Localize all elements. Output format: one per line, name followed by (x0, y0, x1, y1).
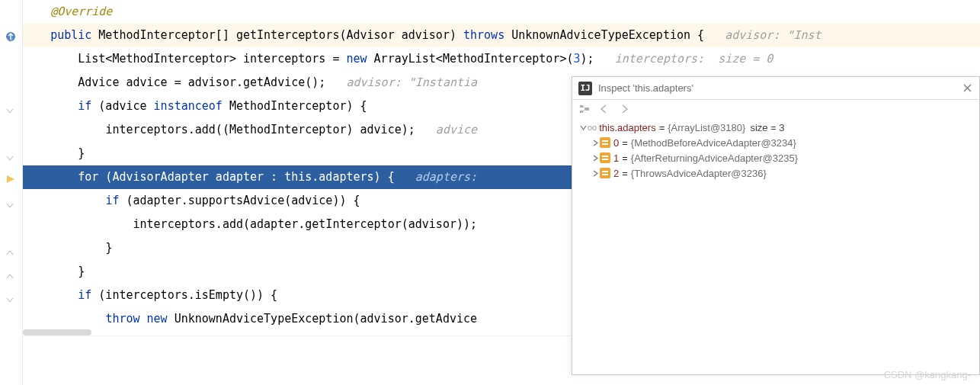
object-icon (600, 152, 610, 163)
fold-icon[interactable] (6, 37, 15, 46)
link-icon: oo (588, 123, 597, 132)
tree-index: 0 (613, 137, 619, 149)
close-icon[interactable] (961, 82, 973, 95)
expander-down-icon[interactable] (578, 123, 588, 132)
fold-icon[interactable] (6, 107, 15, 117)
fold-icon[interactable] (6, 249, 15, 258)
inline-hint: adapters: (415, 170, 477, 184)
svg-rect-2 (580, 105, 583, 107)
inspect-title: Inspect 'this.adapters' (598, 82, 961, 94)
tree-var-value: {ArrayList@3180} (668, 122, 745, 133)
debug-tree[interactable]: oo this.adapters = {ArrayList@3180} size… (572, 118, 979, 182)
inline-hint: advisor: "Inst (725, 28, 821, 42)
tree-var-name: this.adapters (599, 122, 655, 133)
expander-right-icon[interactable] (591, 168, 600, 178)
inspect-popup: IJ Inspect 'this.adapters' oo this.adapt… (572, 76, 980, 375)
horizontal-scrollbar[interactable] (23, 329, 91, 335)
inline-hint: advisor: "Instantia (346, 75, 477, 89)
tree-index: 1 (613, 152, 619, 164)
back-icon[interactable] (598, 103, 610, 115)
svg-rect-3 (580, 111, 583, 113)
object-icon (600, 168, 610, 178)
annotation: @Override (50, 5, 112, 18)
tree-view-icon[interactable] (578, 103, 591, 115)
inspect-toolbar (572, 100, 979, 118)
inspect-header: IJ Inspect 'this.adapters' (572, 77, 979, 100)
inline-hint: interceptors: size = 0 (615, 52, 773, 66)
editor-gutter (0, 0, 23, 385)
tree-var-value: {MethodBeforeAdviceAdapter@3234} (631, 137, 796, 149)
expander-right-icon[interactable] (591, 138, 600, 147)
tree-var-value: {AfterReturningAdviceAdapter@3235} (631, 152, 798, 164)
fold-icon[interactable] (6, 273, 15, 282)
code-line[interactable]: @Override (23, 0, 980, 24)
inline-hint: advice (436, 123, 477, 136)
tree-index: 2 (613, 168, 619, 179)
fold-icon[interactable] (6, 202, 15, 211)
object-icon (600, 137, 610, 148)
forward-icon[interactable] (618, 103, 630, 115)
svg-rect-4 (585, 107, 589, 111)
code-line[interactable]: public MethodInterceptor[] getIntercepto… (23, 24, 980, 47)
breakpoint-icon[interactable] (5, 174, 16, 188)
expander-right-icon[interactable] (591, 153, 600, 162)
tree-root-row[interactable]: oo this.adapters = {ArrayList@3180} size… (572, 120, 979, 135)
fold-icon[interactable] (6, 297, 15, 306)
fold-icon[interactable] (6, 155, 15, 164)
code-line[interactable]: List<MethodInterceptor> interceptors = n… (23, 47, 980, 71)
tree-row[interactable]: 0 = {MethodBeforeAdviceAdapter@3234} (572, 135, 979, 150)
tree-row[interactable]: 2 = {ThrowsAdviceAdapter@3236} (572, 165, 979, 181)
tree-size: size = 3 (750, 122, 784, 133)
tree-var-value: {ThrowsAdviceAdapter@3236} (631, 168, 767, 179)
svg-marker-1 (7, 175, 14, 183)
intellij-icon: IJ (578, 82, 592, 95)
tree-row[interactable]: 1 = {AfterReturningAdviceAdapter@3235} (572, 150, 979, 165)
